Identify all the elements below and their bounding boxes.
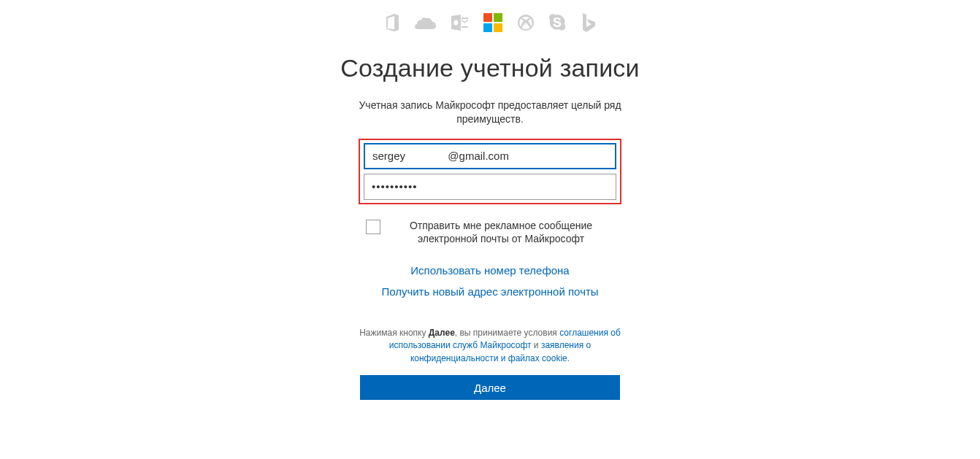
get-new-email-link[interactable]: Получить новый адрес электронной почты <box>381 285 598 298</box>
outlook-icon <box>451 15 469 31</box>
signup-page: Создание учетной записи Учетная запись М… <box>0 0 980 400</box>
legal-mid1: , вы принимаете условия <box>455 328 559 338</box>
email-field[interactable] <box>364 143 616 169</box>
legal-prefix: Нажимая кнопку <box>359 328 429 338</box>
next-button[interactable]: Далее <box>360 375 620 400</box>
product-icons-row <box>384 13 596 32</box>
legal-text: Нажимая кнопку Далее, вы принимаете усло… <box>359 327 621 365</box>
promo-checkbox[interactable] <box>366 220 380 234</box>
form-highlight-box <box>359 139 621 204</box>
legal-suffix: . <box>567 353 570 363</box>
page-subtitle: Учетная запись Майкрософт предоставляет … <box>351 99 629 127</box>
use-phone-link[interactable]: Использовать номер телефона <box>410 264 569 277</box>
bing-icon <box>581 13 596 32</box>
promo-checkbox-label: Отправить мне рекламное сообщение электр… <box>388 219 614 245</box>
svg-rect-4 <box>494 23 502 32</box>
promo-checkbox-row: Отправить мне рекламное сообщение электр… <box>366 219 614 245</box>
xbox-icon <box>517 14 535 31</box>
legal-mid2: и <box>532 340 541 350</box>
page-title: Создание учетной записи <box>340 53 639 84</box>
password-field[interactable] <box>364 174 616 200</box>
skype-icon <box>549 14 567 31</box>
onedrive-icon <box>415 15 437 30</box>
microsoft-logo <box>483 13 502 32</box>
svg-rect-3 <box>483 23 492 32</box>
legal-bold: Далее <box>429 328 455 338</box>
office-icon <box>384 14 400 31</box>
svg-rect-2 <box>494 13 502 22</box>
svg-point-0 <box>453 20 458 25</box>
svg-rect-1 <box>483 13 492 22</box>
